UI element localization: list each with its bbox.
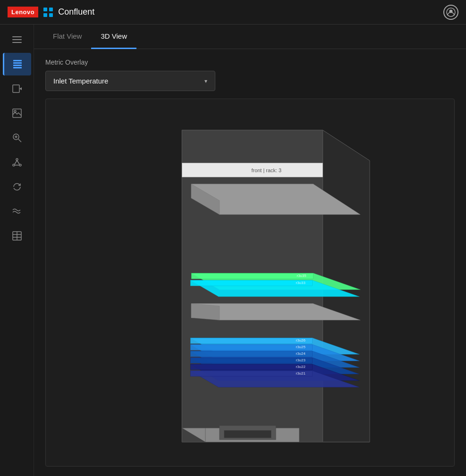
svg-rect-2 xyxy=(43,13,47,17)
svg-point-21 xyxy=(16,159,18,160)
svg-rect-47 xyxy=(190,280,313,286)
tabs: Flat View 3D View xyxy=(34,25,466,49)
svg-rect-53 xyxy=(190,338,313,343)
sidebar-item-network[interactable] xyxy=(3,151,31,174)
sidebar-item-server[interactable] xyxy=(3,77,31,100)
sidebar-item-menu[interactable] xyxy=(3,28,31,51)
svg-text:r3u23: r3u23 xyxy=(296,358,306,362)
sidebar-item-dashboard[interactable] xyxy=(3,53,31,75)
svg-rect-65 xyxy=(190,364,313,370)
svg-line-25 xyxy=(17,160,19,164)
main-content: Flat View 3D View Metric Overlay Inlet T… xyxy=(34,25,466,476)
sidebar-item-refresh[interactable] xyxy=(3,175,31,198)
svg-rect-0 xyxy=(43,8,47,11)
svg-text:front | rack: 3: front | rack: 3 xyxy=(252,167,282,173)
svg-rect-68 xyxy=(190,371,313,376)
svg-text:r3u33: r3u33 xyxy=(296,281,306,285)
app-title: Confluent xyxy=(58,7,94,17)
svg-text:r3u24: r3u24 xyxy=(296,351,306,356)
svg-rect-44 xyxy=(191,273,313,279)
svg-rect-59 xyxy=(190,351,313,357)
svg-rect-8 xyxy=(12,42,22,43)
svg-marker-51 xyxy=(191,304,220,320)
svg-point-22 xyxy=(13,164,15,166)
svg-rect-13 xyxy=(13,85,19,92)
svg-rect-11 xyxy=(13,65,22,66)
svg-line-24 xyxy=(15,160,17,164)
sidebar-item-table[interactable] xyxy=(3,225,31,247)
svg-point-23 xyxy=(19,164,21,166)
header: Lenovo Confluent xyxy=(0,0,466,25)
sidebar-item-waves[interactable] xyxy=(3,200,31,223)
svg-text:r3u35: r3u35 xyxy=(297,274,306,278)
layout: Flat View 3D View Metric Overlay Inlet T… xyxy=(0,25,466,476)
svg-rect-71 xyxy=(224,430,271,438)
svg-text:r3u21: r3u21 xyxy=(296,371,306,376)
svg-rect-12 xyxy=(13,67,22,68)
tab-flat-view[interactable]: Flat View xyxy=(43,25,91,49)
header-left: Lenovo Confluent xyxy=(8,7,94,17)
chevron-down-icon: ▾ xyxy=(204,78,207,84)
3d-view-canvas: front | rack: 3 r3u35 r3u33 xyxy=(45,99,455,467)
lenovo-logo: Lenovo xyxy=(8,7,38,17)
sidebar-item-search-zoom[interactable] xyxy=(3,126,31,149)
svg-rect-10 xyxy=(13,62,22,64)
svg-rect-9 xyxy=(13,60,22,61)
metric-overlay-dropdown[interactable]: Inlet Temperature ▾ xyxy=(45,71,215,91)
svg-rect-3 xyxy=(49,13,53,17)
tab-3d-view[interactable]: 3D View xyxy=(91,25,136,49)
user-avatar[interactable] xyxy=(443,5,458,20)
svg-rect-56 xyxy=(190,344,313,350)
svg-rect-6 xyxy=(12,36,22,37)
svg-line-18 xyxy=(18,139,21,142)
content-area: Metric Overlay Inlet Temperature ▾ xyxy=(34,49,466,476)
svg-text:r3u22: r3u22 xyxy=(296,365,306,369)
svg-text:r3u25: r3u25 xyxy=(296,345,306,349)
rack-3d-svg: front | rack: 3 r3u35 r3u33 xyxy=(46,99,454,466)
svg-rect-7 xyxy=(12,39,22,40)
svg-text:r3u26: r3u26 xyxy=(296,338,306,342)
svg-rect-62 xyxy=(190,358,313,363)
dropdown-selected-value: Inlet Temperature xyxy=(53,77,108,85)
confluent-icon xyxy=(43,7,53,17)
sidebar xyxy=(0,25,34,476)
metric-overlay-label: Metric Overlay xyxy=(45,58,455,66)
sidebar-item-image[interactable] xyxy=(3,102,31,125)
svg-rect-1 xyxy=(49,8,53,11)
